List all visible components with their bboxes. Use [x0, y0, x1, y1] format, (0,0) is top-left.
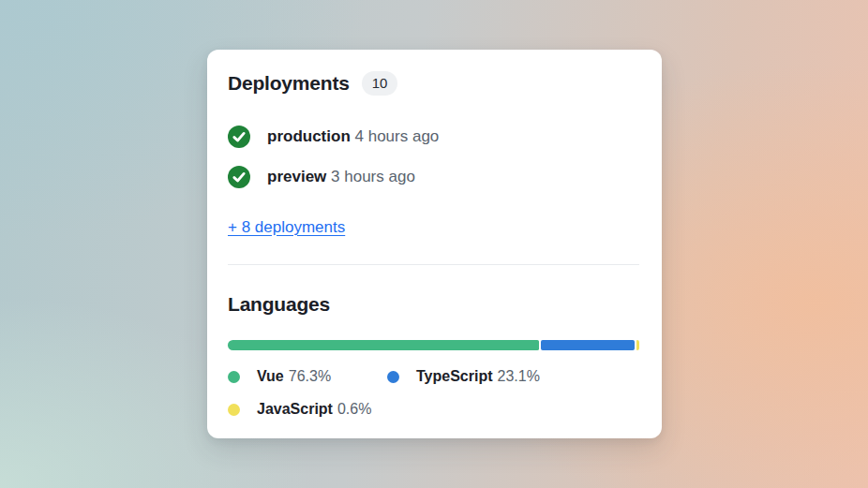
language-name: TypeScript [416, 368, 493, 384]
deployment-row: preview 3 hours ago [228, 166, 639, 188]
deployment-env-name: preview [267, 168, 326, 185]
legend-item: TypeScript23.1% [387, 367, 639, 386]
language-dot-icon [228, 404, 240, 416]
deployment-info: production 4 hours ago [267, 127, 439, 146]
language-name: Vue [257, 368, 284, 384]
deployments-list: production 4 hours ago preview 3 hours a… [228, 126, 639, 188]
languages-title: Languages [228, 293, 330, 316]
language-usage-bar [228, 340, 639, 350]
deployments-title: Deployments [228, 72, 350, 95]
repo-overview-card: Deployments 10 production 4 hours ago pr… [207, 50, 662, 438]
section-divider [228, 264, 639, 265]
language-name: JavaScript [257, 401, 333, 417]
success-check-icon [228, 166, 250, 188]
language-dot-icon [387, 371, 399, 383]
language-bar-segment-vue [228, 340, 539, 350]
legend-item: Vue76.3% [228, 367, 387, 386]
deployment-time: 3 hours ago [331, 168, 415, 185]
deployment-time: 4 hours ago [355, 127, 440, 145]
language-bar-segment-typescript [541, 340, 635, 350]
deployment-row: production 4 hours ago [228, 126, 639, 148]
language-dot-icon [228, 371, 240, 383]
success-check-icon [228, 126, 250, 148]
language-legend: Vue76.3% TypeScript23.1% JavaScript0.6% [228, 367, 639, 419]
language-bar-segment-javascript [636, 340, 639, 350]
deployments-count-badge: 10 [362, 71, 398, 96]
deployments-header: Deployments 10 [228, 69, 639, 96]
deployment-info: preview 3 hours ago [267, 168, 415, 186]
language-percent: 76.3% [289, 368, 331, 384]
language-percent: 23.1% [498, 368, 540, 384]
deployment-env-name: production [267, 127, 351, 145]
language-percent: 0.6% [337, 401, 371, 417]
more-deployments-link[interactable]: + 8 deployments [228, 218, 345, 237]
legend-item: JavaScript0.6% [228, 400, 387, 419]
